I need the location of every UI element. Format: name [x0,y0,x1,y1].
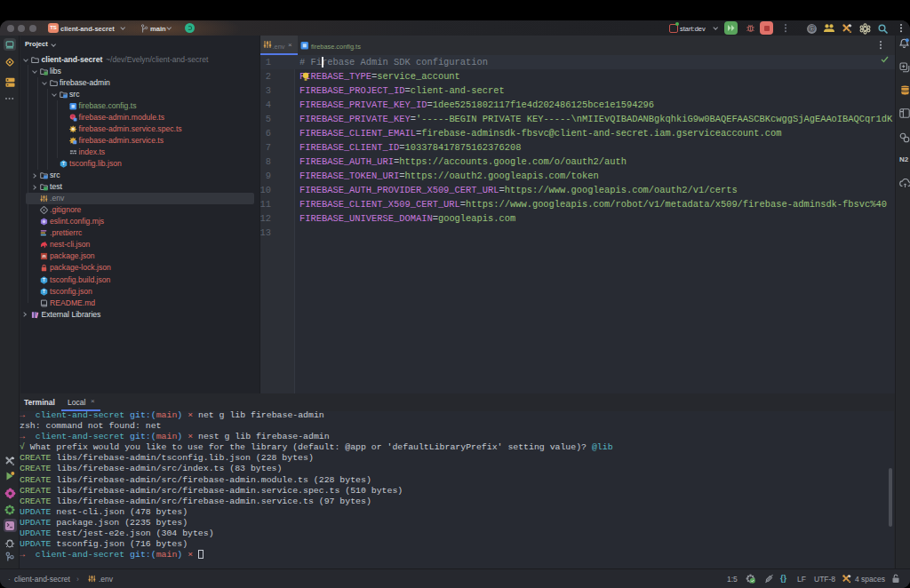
svg-text:@: @ [808,24,816,33]
